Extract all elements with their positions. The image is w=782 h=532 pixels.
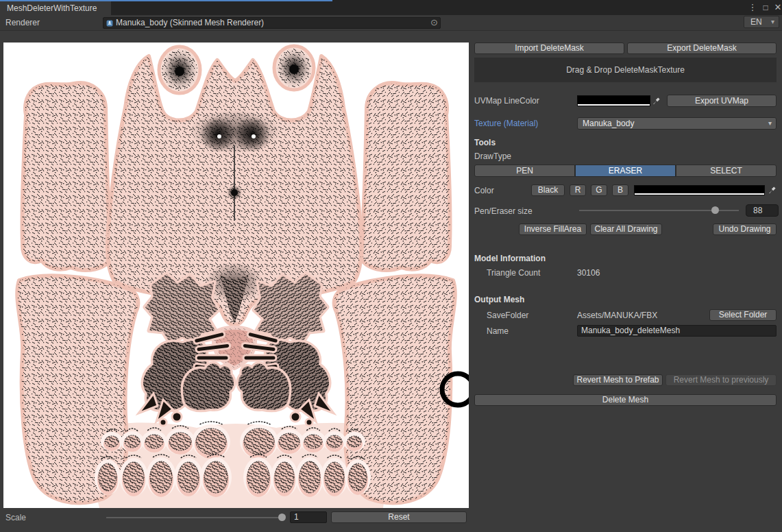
name-label: Name — [487, 326, 509, 336]
scale-value-field[interactable]: 1 — [290, 511, 327, 523]
triangle-count-label: Triangle Count — [487, 268, 540, 278]
chevron-down-icon: ▾ — [768, 118, 772, 129]
scale-slider-track[interactable] — [106, 517, 283, 518]
texture-dropdown-value: Manuka_body — [583, 119, 634, 128]
inverse-fillarea-button[interactable]: Inverse FillArea — [519, 223, 587, 235]
delete-mesh-button[interactable]: Delete Mesh — [474, 394, 777, 406]
eye-uv-left — [159, 47, 200, 93]
texture-dropdown[interactable]: Manuka_body ▾ — [577, 117, 777, 130]
drawtype-eraser-button[interactable]: ERASER — [575, 165, 676, 177]
color-g-button[interactable]: G — [591, 184, 607, 196]
eye-uv-right — [274, 46, 314, 90]
scale-slider-thumb[interactable] — [278, 513, 286, 521]
color-r-button[interactable]: R — [570, 184, 586, 196]
uv-islands — [17, 46, 455, 508]
mesh-name-input[interactable]: Manuka_body_deleteMesh — [577, 325, 777, 337]
revert-mesh-to-previously-button: Revert Mesh to previously — [665, 374, 777, 386]
maximize-icon[interactable]: □ — [760, 2, 771, 13]
eyedropper-icon[interactable] — [768, 185, 779, 195]
export-deletemask-button[interactable]: Export DeleteMask — [627, 43, 777, 54]
triangle-count-value: 30106 — [577, 268, 600, 278]
revert-mesh-to-prefab-button[interactable]: Revert Mesh to Prefab — [573, 374, 663, 386]
scale-label: Scale — [5, 513, 26, 522]
drawtype-pen-button[interactable]: PEN — [474, 165, 575, 177]
drawtype-select-button[interactable]: SELECT — [676, 165, 777, 177]
uv-texture-canvas[interactable] — [3, 43, 469, 508]
texture-material-label: Texture (Material) — [474, 119, 538, 128]
color-black-button[interactable]: Black — [531, 184, 565, 196]
output-mesh-header: Output Mesh — [474, 295, 524, 304]
model-information-header: Model Information — [474, 254, 546, 263]
pen-size-value-field[interactable]: 88 — [746, 204, 779, 217]
window-menu-icon[interactable]: ⋮ — [747, 2, 758, 13]
uvmap-linecolor-label: UVMap LineColor — [474, 96, 539, 106]
undo-drawing-button[interactable]: Undo Drawing — [713, 223, 777, 235]
object-picker-icon[interactable]: ⊙ — [430, 17, 438, 27]
dragdrop-deletemask-zone[interactable]: Drag & Drop DeleteMaskTexture — [474, 58, 777, 82]
chevron-down-icon: ▾ — [771, 16, 774, 27]
uvmap-linecolor-swatch[interactable] — [577, 95, 650, 106]
tools-header: Tools — [474, 138, 496, 147]
savefolder-value: Assets/MANUKA/FBX — [577, 311, 657, 320]
color-b-button[interactable]: B — [612, 184, 628, 196]
language-value: EN — [750, 17, 762, 27]
language-dropdown[interactable]: EN ▾ — [744, 16, 779, 28]
export-uvmap-button[interactable]: Export UVMap — [667, 95, 777, 107]
skinned-mesh-renderer-icon — [106, 20, 113, 27]
reset-scale-button[interactable]: Reset — [331, 511, 467, 523]
close-icon[interactable]: ✕ — [772, 2, 782, 13]
savefolder-label: SaveFolder — [487, 311, 528, 320]
renderer-object-name: Manuka_body (Skinned Mesh Renderer) — [116, 18, 264, 28]
renderer-object-field[interactable]: Manuka_body (Skinned Mesh Renderer) ⊙ — [103, 17, 441, 29]
renderer-label: Renderer — [5, 18, 40, 27]
pen-color-swatch[interactable] — [634, 185, 765, 195]
select-folder-button[interactable]: Select Folder — [709, 309, 777, 321]
color-label: Color — [474, 186, 494, 195]
pen-size-slider-thumb[interactable] — [711, 206, 719, 214]
eyedropper-icon[interactable] — [652, 96, 663, 106]
tab-meshdeleter[interactable]: MeshDeleterWithTexture — [0, 1, 111, 15]
clear-all-drawing-button[interactable]: Clear All Drawing — [590, 223, 662, 235]
import-deletemask-button[interactable]: Import DeleteMask — [474, 43, 624, 54]
drawtype-label: DrawType — [474, 152, 511, 161]
pen-size-label: Pen/Eraser size — [474, 206, 533, 216]
tab-strip — [0, 0, 782, 15]
